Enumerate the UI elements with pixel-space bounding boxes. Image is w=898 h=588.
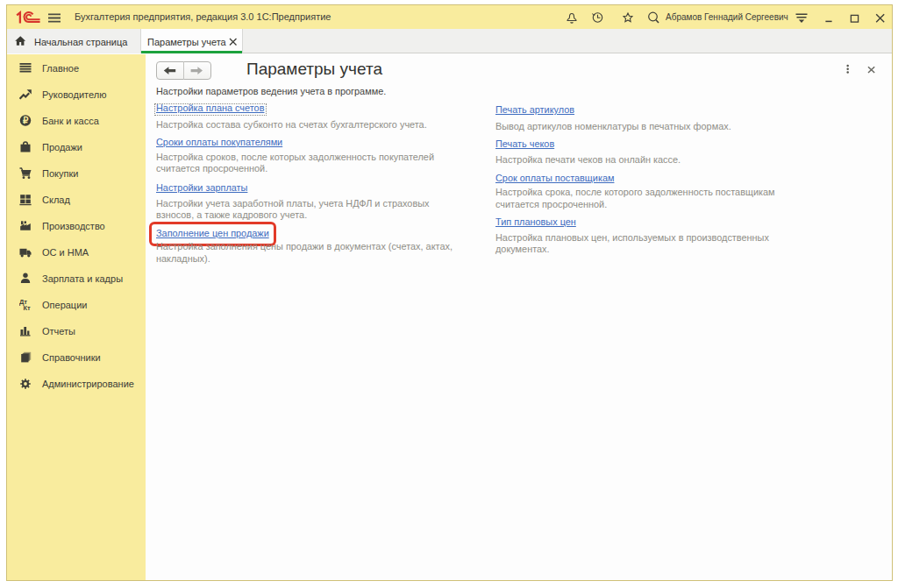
svg-text:Кт: Кт — [24, 304, 32, 312]
svg-text:₽: ₽ — [23, 116, 29, 125]
